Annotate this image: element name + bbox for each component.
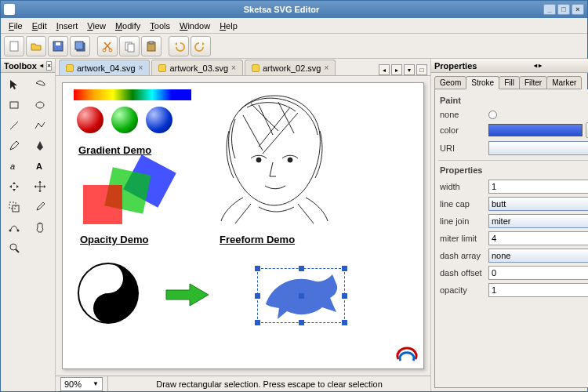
tool-pencil[interactable] (3, 136, 25, 155)
svg-line-13 (10, 122, 18, 129)
menu-file[interactable]: File (4, 20, 27, 32)
svg-point-19 (17, 230, 20, 232)
freeform-demo-label: Freeform Demo (220, 234, 295, 245)
tab-close-icon[interactable]: × (324, 64, 328, 72)
svg-point-12 (36, 102, 44, 108)
selection-bbox[interactable] (257, 268, 345, 323)
minimize-button[interactable]: _ (543, 4, 556, 15)
prop-tab-stroke[interactable]: Stroke (466, 76, 499, 89)
paint-heading: Paint (440, 96, 588, 105)
blue-sphere (146, 107, 172, 133)
dasharray-combo[interactable]: none▼ (488, 249, 588, 263)
svg-point-25 (256, 158, 261, 162)
tab-menu-icon[interactable]: ▾ (404, 64, 415, 75)
tab-artwork-03[interactable]: artwork_03.svg× (151, 60, 242, 75)
tool-text-block[interactable]: A (29, 157, 51, 176)
svg-text:a: a (10, 162, 15, 171)
tab-close-icon[interactable]: × (231, 64, 236, 72)
prop-tab-geom[interactable]: Geom (434, 76, 466, 89)
svg-rect-0 (10, 42, 18, 51)
prop-tab-fill[interactable]: Fill (499, 76, 520, 89)
linejoin-combo[interactable]: miter▼ (488, 214, 588, 228)
tool-zoom[interactable] (3, 238, 25, 257)
tool-pen[interactable] (29, 136, 51, 155)
tab-close-icon[interactable]: × (139, 64, 143, 72)
tab-scroll-left-icon[interactable]: ◂ (379, 64, 390, 75)
app-icon (4, 4, 15, 15)
tool-hand[interactable] (29, 218, 51, 237)
paint-none-radio[interactable] (488, 111, 497, 119)
paste-button[interactable] (141, 36, 162, 56)
maximize-button[interactable]: □ (557, 4, 570, 15)
menu-edit[interactable]: Edit (27, 20, 52, 32)
uri-combo[interactable]: ▼ (488, 141, 588, 155)
open-button[interactable] (26, 36, 46, 56)
yinyang-shape (77, 262, 140, 325)
menu-insert[interactable]: Insert (52, 20, 83, 32)
tab-artwork-02[interactable]: artwork_02.svg× (245, 60, 336, 75)
svg-rect-2 (56, 42, 60, 45)
stroke-props-heading: Properties (440, 165, 588, 175)
toolbox-close-icon[interactable]: × (46, 61, 52, 71)
tab-scroll-right-icon[interactable]: ▸ (391, 64, 402, 75)
main-toolbar (1, 34, 587, 59)
svg-rect-4 (75, 42, 83, 49)
tool-move[interactable] (29, 177, 51, 196)
zoom-combo[interactable]: 90%▼ (60, 377, 103, 391)
document-icon (66, 64, 74, 72)
stroke-opacity-input[interactable] (488, 283, 588, 297)
svg-point-20 (10, 244, 16, 250)
status-text: Draw rectangular selection. Press escape… (107, 376, 430, 391)
green-sphere (111, 107, 138, 133)
tool-text[interactable]: a (3, 157, 25, 176)
red-sphere (77, 107, 103, 133)
tool-eyedropper[interactable] (29, 198, 51, 216)
redo-button[interactable] (191, 36, 211, 56)
gradient-bar (74, 89, 191, 100)
svg-rect-8 (128, 44, 134, 52)
tool-pointer[interactable] (3, 75, 25, 94)
svg-point-26 (288, 158, 292, 162)
save-all-button[interactable] (70, 36, 90, 56)
logo-icon (395, 343, 419, 365)
tool-polyline[interactable] (29, 116, 51, 135)
stroke-color-swatch[interactable] (488, 124, 583, 136)
tool-rect[interactable] (3, 96, 25, 114)
linecap-combo[interactable]: butt▼ (488, 197, 588, 211)
copy-button[interactable] (119, 36, 140, 56)
document-tabbar: artwork_04.svg× artwork_03.svg× artwork_… (56, 59, 430, 76)
tool-path-edit[interactable] (3, 218, 25, 237)
canvas[interactable]: Gradient Demo Opacity Demo Freeform Demo (62, 82, 424, 369)
tool-line[interactable] (3, 116, 25, 135)
close-button[interactable]: × (572, 4, 584, 15)
menu-tools[interactable]: Tools (145, 20, 175, 32)
gradient-demo-label: Gradient Demo (78, 144, 151, 156)
prop-tab-marker[interactable]: Marker (546, 76, 582, 89)
save-button[interactable] (48, 36, 68, 56)
tool-transform[interactable] (3, 177, 25, 196)
miter-limit-input[interactable] (488, 231, 588, 245)
new-button[interactable] (4, 36, 24, 56)
tool-ellipse[interactable] (29, 96, 51, 114)
menubar: File Edit Insert View Modify Tools Windo… (1, 18, 587, 34)
tool-lasso[interactable] (29, 75, 51, 94)
dashoffset-input[interactable] (488, 266, 588, 280)
menu-view[interactable]: View (82, 20, 111, 32)
menu-modify[interactable]: Modify (111, 20, 145, 32)
stroke-width-input[interactable] (488, 180, 588, 194)
window-title: Sketsa SVG Editor (20, 5, 543, 14)
prop-tab-filter[interactable]: Filter (519, 76, 547, 89)
tab-maximize-icon[interactable]: □ (416, 64, 427, 75)
document-icon (252, 64, 260, 72)
menu-window[interactable]: Window (175, 20, 215, 32)
tool-group[interactable] (3, 198, 25, 216)
toolbox-header: Toolbox ◂ × (1, 59, 55, 73)
menu-help[interactable]: Help (215, 20, 242, 32)
undo-button[interactable] (169, 36, 189, 56)
opacity-demo-label: Opacity Demo (80, 234, 148, 245)
tab-artwork-04[interactable]: artwork_04.svg× (59, 60, 150, 75)
cut-button[interactable] (97, 36, 118, 56)
svg-rect-10 (149, 42, 154, 44)
svg-point-24 (104, 304, 112, 312)
arrow-shape (165, 281, 212, 309)
